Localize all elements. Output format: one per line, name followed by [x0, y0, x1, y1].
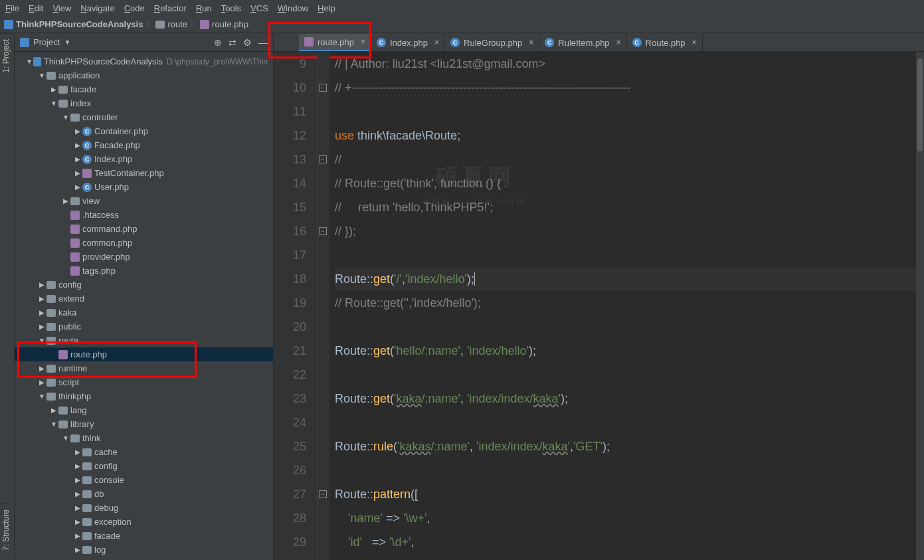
fold-toggle-icon[interactable]: −: [319, 490, 327, 498]
tree-item-console[interactable]: console: [15, 473, 273, 487]
tree-item-controller[interactable]: controller: [15, 110, 273, 124]
tree-arrow-icon[interactable]: [73, 546, 82, 553]
code-line-26[interactable]: [335, 458, 924, 482]
menu-navigate[interactable]: Navigate: [80, 3, 114, 13]
tree-item-application[interactable]: application: [15, 68, 273, 82]
tree-item-public[interactable]: public: [15, 320, 273, 333]
panel-tool-icon-3[interactable]: —: [258, 37, 268, 48]
close-icon[interactable]: ×: [529, 38, 533, 47]
tree-arrow-icon[interactable]: [37, 337, 46, 344]
code-line-11[interactable]: [335, 100, 924, 124]
tree-item-debug[interactable]: debug: [15, 501, 273, 515]
tree-item-model[interactable]: model: [15, 557, 273, 560]
tree-arrow-icon[interactable]: [37, 393, 46, 400]
tree-item-facade[interactable]: facade: [15, 82, 273, 96]
panel-tool-icon-2[interactable]: ⚙: [243, 37, 252, 48]
tree-item-thinkphpsourcecodeanalysis[interactable]: ThinkPHPSourceCodeAnalysisD:\phpstudy_pr…: [15, 54, 273, 68]
menu-run[interactable]: Run: [196, 3, 212, 13]
tree-arrow-icon[interactable]: [49, 100, 58, 107]
close-icon[interactable]: ×: [616, 38, 621, 47]
menu-view[interactable]: View: [52, 3, 71, 13]
tree-item-script[interactable]: script: [15, 375, 273, 389]
code-line-12[interactable]: use think\facade\Route;: [335, 124, 924, 147]
tree-item-index-php[interactable]: CIndex.php: [15, 152, 273, 166]
breadcrumb-thinkphpsourcecodeanalysis[interactable]: ThinkPHPSourceCodeAnalysis: [4, 19, 143, 29]
tree-arrow-icon[interactable]: [73, 448, 82, 456]
menu-tools[interactable]: Tools: [221, 3, 241, 13]
tree-arrow-icon[interactable]: [73, 169, 82, 177]
tree-item-facade-php[interactable]: CFacade.php: [15, 138, 273, 152]
menu-vcs[interactable]: VCS: [250, 3, 268, 13]
code-line-20[interactable]: [335, 315, 924, 339]
project-tree[interactable]: ThinkPHPSourceCodeAnalysisD:\phpstudy_pr…: [15, 52, 273, 560]
stripe-tab-structure[interactable]: 7: Structure: [0, 504, 12, 556]
panel-tool-icon-1[interactable]: ⇄: [229, 37, 236, 48]
editor-tab-index-php[interactable]: CIndex.php×: [371, 34, 445, 51]
tree-item-lang[interactable]: lang: [15, 403, 273, 417]
tree-item-facade[interactable]: facade: [15, 529, 273, 543]
tree-item-container-php[interactable]: CContainer.php: [15, 124, 273, 138]
code-line-17[interactable]: [335, 243, 924, 267]
tree-item-library[interactable]: library: [15, 417, 273, 431]
tree-item-view[interactable]: view: [15, 194, 273, 208]
tree-item-kaka[interactable]: kaka: [15, 306, 273, 320]
panel-tool-icon-0[interactable]: ⊕: [214, 37, 222, 48]
tree-arrow-icon[interactable]: [25, 58, 33, 65]
tree-arrow-icon[interactable]: [49, 420, 58, 428]
editor-tab-ruleitem-php[interactable]: CRuleItem.php×: [539, 34, 626, 51]
code-line-16[interactable]: // });: [335, 219, 924, 243]
tree-item-config[interactable]: config: [15, 278, 273, 292]
menu-edit[interactable]: Edit: [29, 3, 43, 13]
code-line-23[interactable]: Route::get('kaka/:name', 'index/index/ka…: [335, 387, 924, 411]
code-line-18[interactable]: Route::get('/','index/hello');: [335, 267, 924, 291]
code-line-14[interactable]: // Route::get('think', function () {: [335, 171, 924, 195]
menu-file[interactable]: File: [5, 3, 19, 13]
tree-arrow-icon[interactable]: [73, 518, 82, 525]
close-icon[interactable]: ×: [434, 38, 439, 47]
breadcrumb-route[interactable]: route: [155, 19, 187, 29]
editor-tab-rulegroup-php[interactable]: CRuleGroup.php×: [445, 34, 539, 51]
stripe-tab-project[interactable]: 1: Project: [0, 33, 12, 78]
code-content[interactable]: 硕夏网 www.sxiaw.com // | Author: liu21st <…: [329, 52, 924, 560]
menu-refactor[interactable]: Refactor: [154, 3, 187, 13]
editor-tab-route-php[interactable]: CRoute.php×: [627, 34, 703, 51]
code-editor[interactable]: 9101112131415161718192021222324252627282…: [274, 52, 924, 560]
code-line-28[interactable]: 'name' => '\w+',: [335, 506, 924, 530]
breadcrumb-route.php[interactable]: route.php: [200, 19, 248, 29]
tree-arrow-icon[interactable]: [61, 197, 70, 205]
menu-window[interactable]: Window: [278, 3, 308, 13]
code-line-9[interactable]: // | Author: liu21st <liu21st@gmail.com>: [335, 52, 924, 76]
code-line-19[interactable]: // Route::get('','index/hello');: [335, 291, 924, 315]
tree-item-index[interactable]: index: [15, 96, 273, 110]
fold-toggle-icon[interactable]: −: [319, 155, 327, 163]
code-line-22[interactable]: [335, 363, 924, 387]
tree-item-cache[interactable]: cache: [15, 445, 273, 459]
tree-item-route-php[interactable]: route.php: [15, 347, 273, 361]
tree-arrow-icon[interactable]: [73, 462, 82, 470]
code-line-24[interactable]: [335, 411, 924, 434]
tree-item-db[interactable]: db: [15, 487, 273, 501]
tree-arrow-icon[interactable]: [73, 141, 82, 149]
code-line-29[interactable]: 'id' => '\d+',: [335, 530, 924, 554]
tree-arrow-icon[interactable]: [37, 379, 46, 386]
tree-item-config[interactable]: config: [15, 459, 273, 473]
fold-toggle-icon[interactable]: −: [319, 227, 327, 235]
tree-item-thinkphp[interactable]: thinkphp: [15, 389, 273, 403]
tree-item-think[interactable]: think: [15, 431, 273, 445]
tree-item--htaccess[interactable]: .htaccess: [15, 208, 273, 222]
tree-item-exception[interactable]: exception: [15, 515, 273, 529]
menu-help[interactable]: Help: [318, 3, 335, 13]
tree-item-tags-php[interactable]: tags.php: [15, 264, 273, 278]
tree-arrow-icon[interactable]: [37, 365, 46, 372]
code-line-27[interactable]: Route::pattern([: [335, 482, 924, 506]
code-line-10[interactable]: // +------------------------------------…: [335, 76, 924, 100]
editor-scrollbar[interactable]: [916, 52, 924, 560]
tree-item-route[interactable]: route: [15, 333, 273, 347]
tree-arrow-icon[interactable]: [73, 490, 82, 498]
code-line-13[interactable]: //: [335, 147, 924, 171]
tree-arrow-icon[interactable]: [49, 407, 58, 414]
scrollbar-thumb[interactable]: [917, 58, 923, 151]
tree-arrow-icon[interactable]: [49, 86, 58, 93]
tree-arrow-icon[interactable]: [73, 128, 82, 135]
tree-arrow-icon[interactable]: [73, 155, 82, 163]
